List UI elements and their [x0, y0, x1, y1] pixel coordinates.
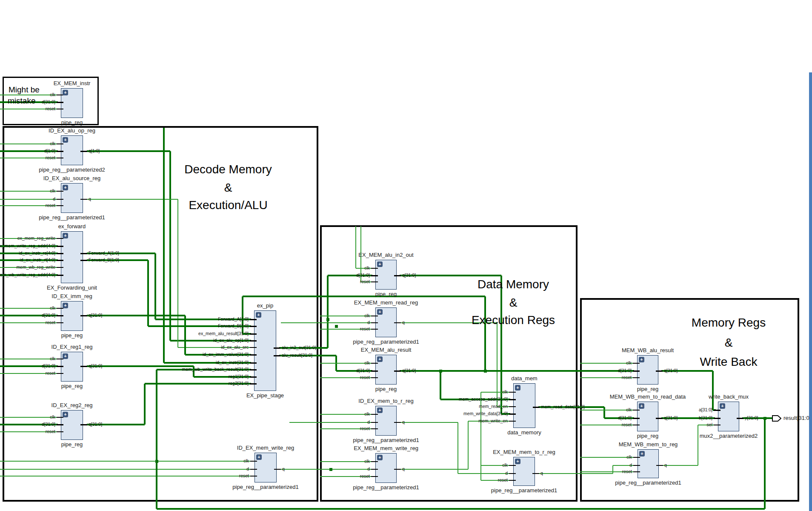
expand-plus-icon[interactable]: +: [377, 309, 383, 315]
input-port-stub: [509, 473, 516, 474]
expand-plus-icon[interactable]: +: [515, 459, 520, 464]
input-port-stub: [633, 377, 640, 378]
schematic-canvas: Decode Memory&Execution/ALUData Memory&E…: [0, 0, 812, 511]
port-label-reg1-31-0-: reg1[31:0]: [155, 374, 249, 379]
input-port-stub: [57, 151, 63, 152]
block-title-ID_EX_imm_reg: ID_EX_imm_reg: [4, 293, 140, 299]
input-port-stub: [371, 281, 378, 282]
port-label-reset: reset: [0, 320, 55, 325]
input-port-stub: [57, 109, 63, 109]
output-port-stub: [274, 347, 280, 349]
input-port-stub: [250, 333, 257, 335]
section-title: Decode Memory: [184, 163, 272, 176]
expand-plus-icon[interactable]: +: [63, 90, 68, 95]
port-label-d: d: [276, 466, 370, 471]
expand-plus-icon[interactable]: +: [639, 357, 644, 362]
wire-segment: [327, 276, 329, 348]
input-port-stub: [509, 399, 516, 400]
input-port-stub: [57, 102, 63, 103]
output-port-stub: [656, 370, 663, 372]
expand-plus-icon[interactable]: +: [256, 454, 262, 460]
port-label-mem-read-en: mem_read_en: [414, 404, 508, 409]
input-port-stub: [250, 383, 257, 385]
output-port-stub: [274, 355, 280, 356]
expand-plus-icon[interactable]: +: [515, 385, 520, 390]
block-type-label: pipe_reg__parameterized2: [4, 167, 140, 173]
input-port-stub: [250, 362, 257, 364]
expand-plus-icon[interactable]: +: [63, 185, 68, 190]
port-label-reset: reset: [276, 375, 370, 380]
expand-plus-icon[interactable]: +: [639, 451, 645, 456]
port-label-d-31-0-: d[31:0]: [538, 368, 632, 373]
expand-plus-icon[interactable]: +: [377, 408, 383, 413]
port-label-clk: clk: [0, 414, 55, 419]
block-title-write_back_mux: write_back_mux: [660, 393, 797, 400]
port-label-d-31-0-: d[31:0]: [276, 273, 370, 278]
block-type-label: pipe_reg: [4, 441, 140, 448]
port-label-forward-b-1-0-: Forward_B[1:0]: [155, 323, 249, 328]
port-label-d-31-0-: d[31:0]: [0, 313, 55, 318]
port-label-sel: sel: [619, 422, 712, 427]
input-port-stub: [57, 253, 63, 254]
expand-plus-icon[interactable]: +: [63, 233, 68, 238]
input-port-stub: [509, 413, 516, 415]
wire-segment: [764, 418, 766, 509]
expand-plus-icon[interactable]: +: [377, 261, 383, 267]
port-label-d: d: [276, 320, 370, 325]
input-port-stub: [57, 260, 63, 261]
port-label-d-31-0-: d[31:0]: [0, 422, 55, 427]
block-title-ID_EX_reg2_reg: ID_EX_reg2_reg: [4, 402, 140, 408]
port-label-d: d: [155, 466, 249, 471]
input-port-stub: [57, 424, 63, 425]
expand-plus-icon[interactable]: +: [63, 303, 68, 308]
port-label-id-ex-instr-rs-4-0-: id_ex_instr_rs[4:0]: [0, 250, 55, 256]
input-port-stub: [57, 199, 63, 200]
port-label-clk: clk: [0, 356, 55, 361]
block-title-EX_MEM_alu_result: EX_MEM_alu_result: [318, 347, 454, 353]
port-label-id-ex-imm-value-31-0-: id_ex_imm_value[31:0]: [155, 352, 249, 357]
block-ex_pip[interactable]: [254, 310, 276, 391]
input-port-stub: [371, 422, 378, 423]
port-label-ex-mem-write-reg-addr-4-0-: ex_mem_write_reg_addr[4:0]: [0, 243, 55, 248]
port-label-clk: clk: [0, 141, 55, 146]
wire-segment: [355, 226, 356, 268]
port-label-reset: reset: [538, 375, 632, 380]
input-port-stub: [57, 275, 63, 276]
input-port-stub: [633, 471, 640, 472]
output-port-stub: [394, 469, 401, 470]
port-label-d-31-0-: d[31:0]: [276, 368, 370, 373]
input-port-stub: [371, 268, 378, 269]
input-port-stub: [57, 238, 63, 239]
input-port-stub: [371, 322, 378, 323]
input-port-stub: [371, 363, 378, 364]
expand-plus-icon[interactable]: +: [63, 353, 68, 359]
section-title: &: [509, 296, 518, 310]
input-port-stub: [633, 465, 640, 466]
port-label-d-31-0-: d[31:0]: [538, 415, 632, 420]
expand-plus-icon[interactable]: +: [256, 312, 261, 318]
section-title: Execution/ALU: [189, 198, 267, 212]
port-label-d-31-0-: d[31:0]: [0, 363, 55, 368]
expand-plus-icon[interactable]: +: [720, 403, 725, 409]
output-port-stub: [656, 465, 663, 466]
expand-plus-icon[interactable]: +: [377, 455, 383, 460]
block-ex_forward[interactable]: [61, 231, 83, 283]
input-port-stub: [57, 205, 63, 206]
expand-plus-icon[interactable]: +: [63, 412, 68, 417]
port-label-reset: reset: [0, 106, 55, 111]
block-title-EX_MEM_instr: EX_MEM_instr: [4, 80, 140, 86]
block-title-EX_MEM_mem_write_reg: EX_MEM_mem_write_reg: [318, 445, 454, 451]
input-port-stub: [57, 308, 63, 309]
port-label-reg2-31-0-: reg2[31:0]: [155, 381, 249, 386]
section-title: Data Memory: [477, 278, 549, 291]
expand-plus-icon[interactable]: +: [63, 137, 68, 143]
block-type-label: pipe_reg: [4, 383, 140, 389]
port-label-reset: reset: [276, 326, 370, 331]
port-label-d: d: [538, 462, 632, 468]
wire-segment: [156, 370, 157, 509]
input-port-stub: [57, 191, 63, 192]
port-label-d: d: [276, 419, 370, 425]
port-label-clk: clk: [276, 411, 370, 416]
expand-plus-icon[interactable]: +: [377, 356, 383, 362]
port-label-q-31-0-: q[31:0]: [664, 368, 758, 373]
